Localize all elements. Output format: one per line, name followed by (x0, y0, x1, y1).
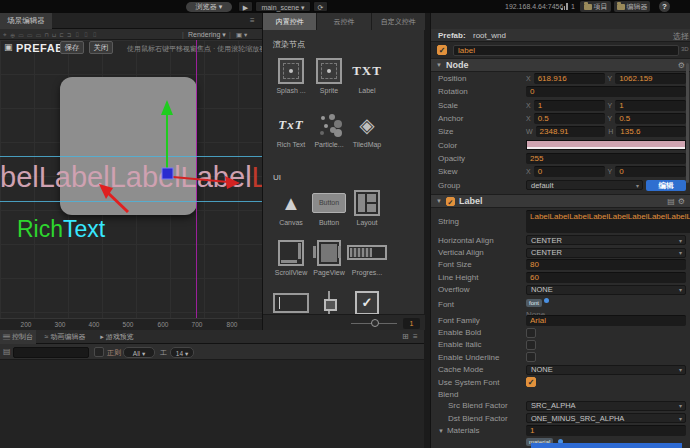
console-output-area[interactable] (0, 360, 424, 448)
horizontal-align-dropdown[interactable]: CENTER▾ (526, 235, 686, 245)
scene-tool-icons[interactable]: ⌖ ⊕ ▭ ▭ ▭ ⊓ ⊔ ⊏ ⊐ ▯ ▯ ▯ (3, 30, 98, 40)
edit-group-button[interactable]: 编辑 (646, 180, 686, 191)
group-dropdown[interactable]: default ▾ (526, 180, 643, 190)
regex-checkbox[interactable] (94, 347, 104, 357)
materials-count-input[interactable]: 1 (526, 425, 686, 436)
ruler-tick: 800 (222, 321, 242, 328)
editor-button[interactable]: 编辑器 (614, 1, 650, 12)
layout-icon (354, 190, 380, 216)
scene-select-label: main_scene (261, 4, 299, 11)
scene-ruler: 200 300 400 500 600 700 800 (0, 318, 262, 330)
collapse-icon[interactable]: ▼ (436, 198, 442, 204)
library-item-toggle[interactable]: ✓ (345, 289, 389, 316)
ruler-tick: 200 (16, 321, 36, 328)
play-button[interactable]: ▶ (238, 1, 253, 12)
log-filter-input[interactable] (13, 347, 89, 358)
label-section-header[interactable]: ▼ ✓ Label ▤ ⚙ (431, 194, 690, 208)
log-level-dropdown[interactable]: All ▾ (123, 347, 155, 358)
src-blend-dropdown[interactable]: SRC_ALPHA▾ (526, 401, 686, 411)
anchor-x-input[interactable]: 0.5 (534, 113, 605, 124)
string-textarea[interactable]: LabelLabelLabelLabelLabelLabelLabelLabel… (526, 210, 690, 233)
size-w-input[interactable]: 2348.91 (536, 126, 606, 137)
tab-cloud-widgets[interactable]: 云控件 (317, 13, 370, 30)
skew-y-input[interactable]: 0 (615, 166, 686, 177)
x-axis-label: X (526, 102, 531, 109)
use-system-font-checkbox[interactable]: ✓ (526, 377, 536, 387)
collapse-icon[interactable]: ▼ (436, 62, 442, 68)
project-button[interactable]: 项目 (580, 1, 611, 12)
clear-log-icon[interactable]: ▤ (3, 347, 11, 356)
enable-underline-row: Enable Underline (431, 351, 690, 363)
tab-console[interactable]: ▤ 控制台 (0, 330, 36, 344)
zoom-slider-handle[interactable] (371, 319, 379, 327)
grid-button-icon[interactable]: ⊞ (402, 329, 409, 345)
prefab-select-action[interactable]: 选择 (673, 31, 689, 42)
vertical-align-dropdown[interactable]: CENTER▾ (526, 248, 686, 258)
help-button[interactable]: ? (659, 1, 670, 12)
save-button[interactable]: 保存 (60, 41, 84, 54)
tab-game-preview[interactable]: ▸ 游戏预览 (94, 330, 140, 344)
library-item-layout[interactable]: Layout (345, 189, 389, 226)
rendering-dropdown[interactable]: Rendering ▾ (188, 30, 226, 40)
browser-dropdown[interactable]: 浏览器 ▾ (186, 2, 232, 12)
camera-dropdown[interactable]: ▣ ▾ (236, 30, 247, 40)
separator: | (229, 30, 231, 40)
panel-menu-icon[interactable]: ≡ (250, 13, 255, 29)
library-item-label[interactable]: TXT Label (345, 57, 389, 94)
scene-select[interactable]: main_scene ▾ (255, 1, 311, 12)
waveform-icon: ≈ (45, 333, 49, 340)
library-item-progressbar[interactable]: Progres... (345, 239, 389, 276)
rotation-input[interactable]: 0 (526, 86, 686, 97)
scale-x-input[interactable]: 1 (534, 100, 605, 111)
node-section-header[interactable]: ▼ Node ⚙ (431, 58, 690, 72)
enable-bold-checkbox[interactable] (526, 328, 536, 338)
editor-label: 编辑器 (627, 3, 648, 10)
library-category-tabs: 内置控件 云控件 自定义控件 (263, 13, 425, 30)
refresh-button[interactable]: ⟳ (313, 1, 328, 12)
node-active-checkbox[interactable]: ✓ (437, 45, 447, 55)
richtext-node-text[interactable]: RichText (17, 216, 105, 243)
skew-x-input[interactable]: 0 (534, 166, 605, 177)
position-x-input[interactable]: 618.916 (534, 73, 605, 84)
line-height-input[interactable]: 60 (526, 272, 686, 283)
collapse-icon[interactable]: ▼ (438, 428, 444, 434)
tab-scene-editor[interactable]: 场景编辑器 (0, 13, 52, 29)
material-selected-row[interactable] (531, 443, 682, 448)
inspector-scrollbar[interactable] (686, 63, 689, 183)
panel-menu-icon[interactable]: ≡ (413, 329, 418, 345)
transform-gizmo[interactable] (0, 40, 262, 318)
gear-icon[interactable]: ⚙ (678, 197, 685, 206)
dst-blend-row: Dst Blend Factor ONE_MINUS_SRC_ALPHA▾ (431, 412, 690, 424)
tab-custom-widgets[interactable]: 自定义控件 (372, 13, 425, 30)
close-button[interactable]: 关闭 (89, 41, 113, 54)
richtext-icon: TxT (278, 117, 303, 133)
size-h-input[interactable]: 135.6 (616, 126, 686, 137)
animation-tab-label: 动画编辑器 (50, 333, 85, 340)
cache-mode-dropdown[interactable]: NONE▾ (526, 365, 686, 375)
docs-icon[interactable]: ▤ (667, 197, 675, 206)
tab-animation-editor[interactable]: ≈ 动画编辑器 (38, 330, 92, 344)
label-enabled-checkbox[interactable]: ✓ (446, 197, 455, 206)
y-axis-label: Y (608, 102, 613, 109)
node-name-input[interactable]: label (453, 45, 679, 56)
scrollview-icon (278, 240, 304, 266)
font-size-input[interactable]: 80 (526, 259, 686, 270)
scene-canvas[interactable]: belLabelLabelLabelLa RichText (0, 40, 262, 318)
dst-blend-dropdown[interactable]: ONE_MINUS_SRC_ALPHA▾ (526, 413, 686, 423)
font-asset-chip[interactable]: font (526, 299, 542, 307)
opacity-input[interactable]: 255 (526, 153, 686, 164)
enable-underline-checkbox[interactable] (526, 352, 536, 362)
prefab-mode-label: PREFAB (16, 42, 64, 54)
opacity-row: Opacity 255 (431, 152, 690, 165)
tab-builtin-widgets[interactable]: 内置控件 (263, 13, 316, 30)
anchor-y-input[interactable]: 0.5 (615, 113, 686, 124)
scale-y-input[interactable]: 1 (615, 100, 686, 111)
position-y-input[interactable]: 1062.159 (615, 73, 686, 84)
font-size-dropdown[interactable]: 14 ▾ (170, 347, 194, 358)
enable-italic-checkbox[interactable] (526, 340, 536, 350)
gear-icon[interactable]: ⚙ (678, 61, 685, 70)
prefab-icon: ▣ (4, 42, 13, 52)
color-swatch[interactable] (526, 140, 686, 150)
font-family-input[interactable]: Arial (526, 315, 686, 326)
library-item-tiledmap[interactable]: ◈ TiledMap (345, 111, 389, 148)
